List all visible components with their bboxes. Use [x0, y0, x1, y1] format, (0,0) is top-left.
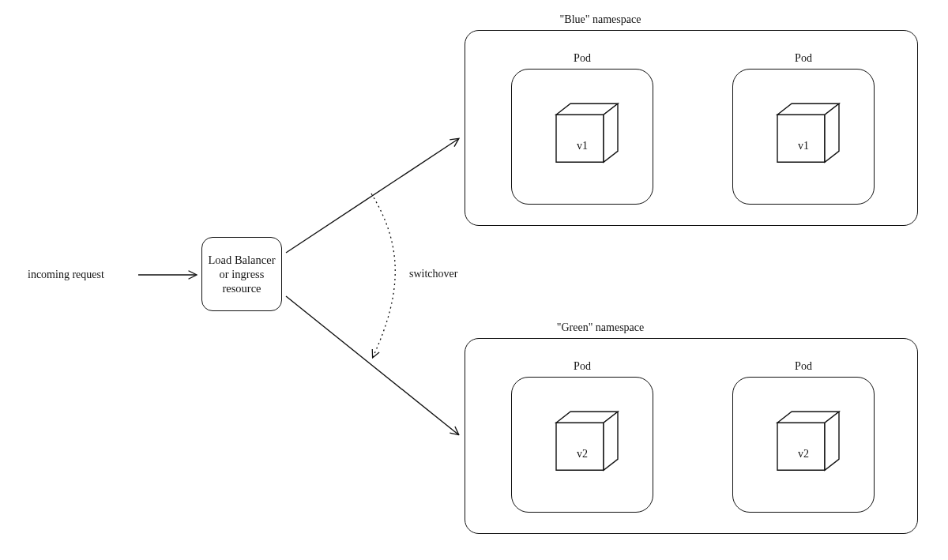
green-namespace-title: "Green" namespace	[521, 321, 679, 335]
blue-pod-1: Pod v1	[511, 69, 653, 205]
svg-marker-6	[556, 423, 604, 470]
pod-label: Pod	[733, 360, 874, 373]
container-version-label: v1	[760, 140, 847, 152]
svg-marker-9	[777, 423, 825, 470]
container-cube: v2	[539, 405, 626, 490]
container-cube: v1	[760, 97, 847, 182]
svg-marker-8	[604, 412, 618, 470]
load-balancer-label: Load Balancer or ingress resource	[207, 253, 276, 295]
incoming-request-label: incoming request	[28, 268, 104, 282]
green-pod-2: Pod v2	[732, 377, 875, 513]
svg-marker-2	[604, 103, 618, 162]
svg-marker-0	[556, 115, 604, 162]
container-version-label: v2	[760, 448, 847, 460]
container-cube: v1	[539, 97, 626, 182]
blue-namespace-box: Pod v1 Pod v1	[465, 30, 918, 226]
edge-lb-to-green	[286, 296, 458, 434]
svg-marker-5	[825, 103, 839, 162]
blue-pod-2: Pod v1	[732, 69, 875, 205]
load-balancer-box: Load Balancer or ingress resource	[201, 237, 282, 311]
green-pod-1: Pod v2	[511, 377, 653, 513]
green-namespace-box: Pod v2 Pod v2	[465, 338, 918, 534]
pod-label: Pod	[512, 52, 653, 65]
svg-marker-3	[777, 115, 825, 162]
pod-label: Pod	[733, 52, 874, 65]
diagram-canvas: incoming request Load Balancer or ingres…	[0, 0, 948, 560]
switchover-label: switchover	[409, 267, 457, 281]
svg-marker-11	[825, 412, 839, 470]
container-version-label: v2	[539, 448, 626, 460]
pod-label: Pod	[512, 360, 653, 373]
container-cube: v2	[760, 405, 847, 490]
edge-switchover	[371, 194, 395, 357]
blue-namespace-title: "Blue" namespace	[521, 13, 679, 27]
container-version-label: v1	[539, 140, 626, 152]
edge-lb-to-blue	[286, 139, 458, 253]
